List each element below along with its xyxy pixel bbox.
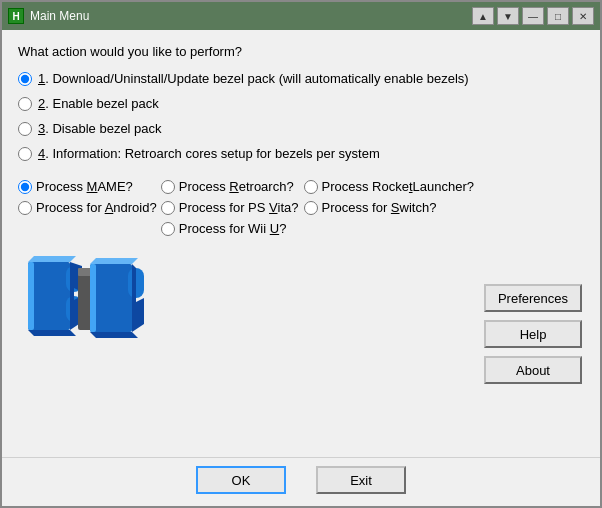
option-1-label: 1. Download/Uninstall/Update bezel pack … [38,71,469,86]
left-panel: What action would you like to perform? 1… [18,44,474,447]
svg-marker-6 [28,256,76,262]
bottom-bar: OK Exit [2,457,600,506]
svg-marker-12 [90,332,138,338]
svg-rect-0 [28,262,70,330]
process-android-radio[interactable] [18,201,32,215]
preferences-button[interactable]: Preferences [484,284,582,312]
option-4[interactable]: 4. Information: Retroarch cores setup fo… [18,146,474,161]
option-3-radio[interactable] [18,122,32,136]
option-2[interactable]: 2. Enable bezel pack [18,96,474,111]
option-4-label: 4. Information: Retroarch cores setup fo… [38,146,380,161]
logo-area [18,254,474,344]
window-title: Main Menu [30,9,472,23]
process-section: Process MAME? Process Retroarch? Process… [18,179,474,236]
process-wiiu[interactable]: Process for Wii U? [161,221,300,236]
option-2-radio[interactable] [18,97,32,111]
question-label: What action would you like to perform? [18,44,474,59]
scroll-up-button[interactable]: ▲ [472,7,494,25]
process-retroarch-radio[interactable] [161,180,175,194]
process-android-label: Process for Android? [36,200,157,215]
option-1[interactable]: 1. Download/Uninstall/Update bezel pack … [18,71,474,86]
process-rocketlauncher-label: Process RocketLauncher? [322,179,475,194]
option-3-label: 3. Disable bezel pack [38,121,162,136]
process-retroarch-label: Process Retroarch? [179,179,294,194]
process-mame-radio[interactable] [18,180,32,194]
process-switch[interactable]: Process for Switch? [304,200,475,215]
main-window: H Main Menu ▲ ▼ — □ ✕ What action would … [0,0,602,508]
process-rocketlauncher[interactable]: Process RocketLauncher? [304,179,475,194]
process-psvita-radio[interactable] [161,201,175,215]
close-button[interactable]: ✕ [572,7,594,25]
help-button[interactable]: Help [484,320,582,348]
process-android[interactable]: Process for Android? [18,200,157,215]
option-4-radio[interactable] [18,147,32,161]
process-switch-label: Process for Switch? [322,200,437,215]
process-retroarch[interactable]: Process Retroarch? [161,179,300,194]
window-controls: ▲ ▼ — □ ✕ [472,7,594,25]
ok-button[interactable]: OK [196,466,286,494]
svg-rect-11 [90,264,96,332]
process-wiiu-label: Process for Wii U? [179,221,287,236]
main-options: 1. Download/Uninstall/Update bezel pack … [18,71,474,161]
process-wiiu-radio[interactable] [161,222,175,236]
bp-logo [18,254,173,344]
process-psvita-label: Process for PS Vita? [179,200,299,215]
process-switch-radio[interactable] [304,201,318,215]
svg-marker-4 [28,330,76,336]
process-mame-label: Process MAME? [36,179,133,194]
process-rocketlauncher-radio[interactable] [304,180,318,194]
scroll-down-button[interactable]: ▼ [497,7,519,25]
app-icon: H [8,8,24,24]
exit-button[interactable]: Exit [316,466,406,494]
option-1-radio[interactable] [18,72,32,86]
title-bar: H Main Menu ▲ ▼ — □ ✕ [2,2,600,30]
minimize-button[interactable]: — [522,7,544,25]
svg-marker-14 [90,258,138,264]
process-psvita[interactable]: Process for PS Vita? [161,200,300,215]
svg-rect-9 [90,264,132,332]
option-2-label: 2. Enable bezel pack [38,96,159,111]
maximize-button[interactable]: □ [547,7,569,25]
content-area: What action would you like to perform? 1… [2,30,600,457]
process-mame[interactable]: Process MAME? [18,179,157,194]
option-3[interactable]: 3. Disable bezel pack [18,121,474,136]
right-panel: Preferences Help About [474,44,584,447]
about-button[interactable]: About [484,356,582,384]
svg-rect-3 [28,262,34,330]
